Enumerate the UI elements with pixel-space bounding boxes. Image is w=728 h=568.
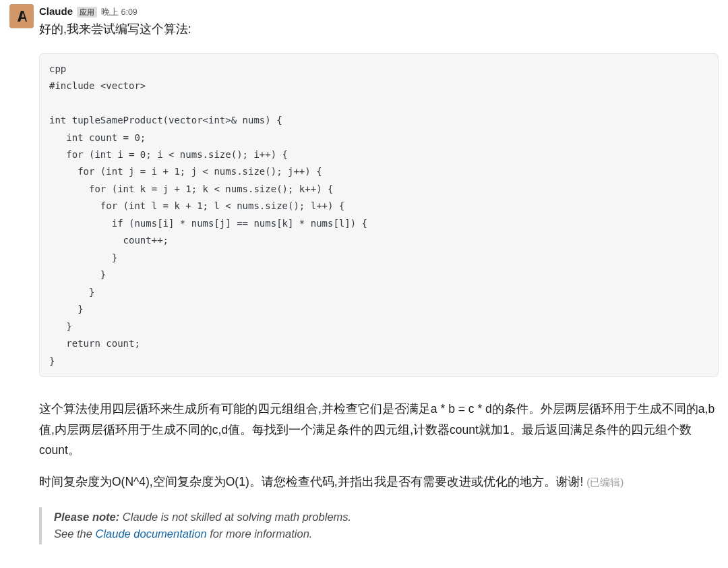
note-line-1-rest: Claude is not skilled at solving math pr… <box>119 511 351 523</box>
note-line-2-prefix: See the <box>54 528 95 540</box>
intro-text: 好的,我来尝试编写这个算法: <box>39 20 719 38</box>
timestamp[interactable]: 晚上 6:09 <box>101 7 138 19</box>
code-block[interactable]: cpp #include <vector> int tupleSameProdu… <box>39 53 719 377</box>
sender-name[interactable]: Claude <box>39 4 73 18</box>
anthropic-logo-icon <box>13 8 30 24</box>
app-badge: 应用 <box>77 7 97 18</box>
message-row: Claude 应用 晚上 6:09 好的,我来尝试编写这个算法: <box>9 4 719 53</box>
edited-label: (已编辑) <box>586 476 624 488</box>
note-label: Please note: <box>54 511 119 523</box>
explanation-paragraph-1: 这个算法使用四层循环来生成所有可能的四元组组合,并检查它们是否满足a * b =… <box>39 399 719 461</box>
note-block: Please note: Claude is not skilled at so… <box>39 507 719 544</box>
explanation-paragraph-2: 时间复杂度为O(N^4),空间复杂度为O(1)。请您检查代码,并指出我是否有需要… <box>39 472 719 492</box>
explanation-text: 时间复杂度为O(N^4),空间复杂度为O(1)。请您检查代码,并指出我是否有需要… <box>39 475 583 488</box>
documentation-link[interactable]: Claude documentation <box>95 528 206 540</box>
message-body: Claude 应用 晚上 6:09 好的,我来尝试编写这个算法: <box>39 4 719 53</box>
avatar[interactable] <box>9 4 34 28</box>
note-line-2-suffix: for more information. <box>207 528 313 540</box>
message-header: Claude 应用 晚上 6:09 <box>39 4 719 19</box>
note-line-2: See the Claude documentation for more in… <box>54 526 719 543</box>
message-content: cpp #include <vector> int tupleSameProdu… <box>9 53 719 544</box>
note-line-1: Please note: Claude is not skilled at so… <box>54 509 719 526</box>
